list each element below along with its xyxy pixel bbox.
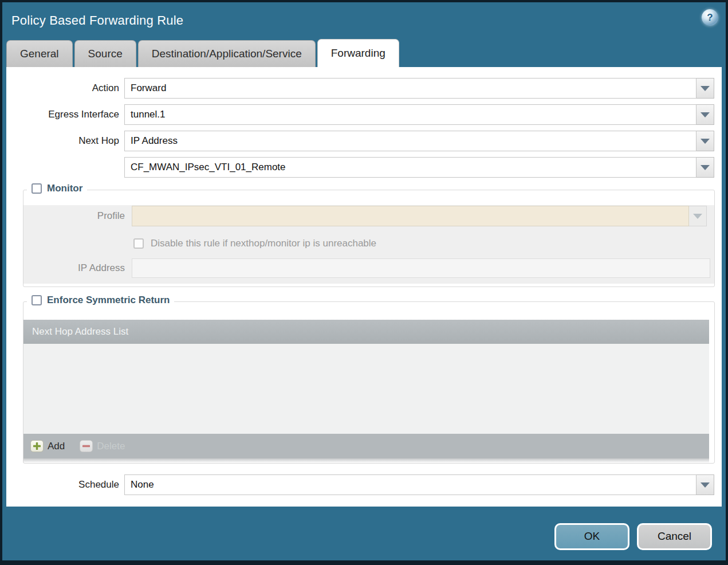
- delete-minus-icon: [80, 440, 93, 452]
- next-hop-address-list-body: [23, 344, 709, 434]
- next-hop-address-list-table: Next Hop Address List Add Delete: [23, 320, 709, 463]
- dialog-footer: OK Cancel: [2, 507, 726, 560]
- next-hop-type-select[interactable]: IP Address: [124, 131, 696, 151]
- schedule-row: Schedule None: [6, 474, 714, 495]
- next-hop-address-dropdown-button[interactable]: [696, 157, 714, 178]
- tab-strip: General Source Destination/Application/S…: [2, 39, 726, 67]
- disable-rule-row: Disable this rule if nexthop/monitor ip …: [133, 236, 714, 250]
- tab-destination-application-service[interactable]: Destination/Application/Service: [138, 40, 316, 67]
- egress-interface-row: Egress Interface tunnel.1: [6, 104, 714, 125]
- dropdown-arrow-icon: [701, 139, 710, 144]
- dropdown-arrow-icon: [701, 112, 710, 117]
- disable-rule-checkbox: [133, 238, 144, 249]
- action-label: Action: [6, 83, 124, 94]
- disable-rule-label: Disable this rule if nexthop/monitor ip …: [151, 238, 376, 249]
- tab-general[interactable]: General: [6, 40, 73, 67]
- action-row: Action Forward: [6, 78, 714, 99]
- next-hop-row: Next Hop IP Address: [6, 131, 714, 151]
- next-hop-address-row: CF_MWAN_IPsec_VTI_01_Remote: [6, 157, 714, 178]
- dialog-title: Policy Based Forwarding Rule: [2, 13, 183, 28]
- monitor-section-label: Monitor: [47, 183, 82, 194]
- dropdown-arrow-icon: [701, 165, 710, 170]
- delete-button: Delete: [80, 440, 125, 452]
- dropdown-arrow-icon: [701, 86, 710, 91]
- monitor-ip-address-input: [132, 258, 710, 278]
- monitor-ip-address-row: IP Address: [23, 258, 710, 278]
- add-button-label: Add: [48, 441, 65, 452]
- tab-forwarding[interactable]: Forwarding: [317, 39, 399, 67]
- egress-interface-select[interactable]: tunnel.1: [124, 104, 696, 125]
- cancel-button[interactable]: Cancel: [637, 523, 712, 550]
- profile-label: Profile: [23, 210, 132, 222]
- profile-dropdown-button: [689, 206, 707, 226]
- next-hop-address-list-footer: Add Delete: [23, 434, 709, 458]
- next-hop-address-list-header: Next Hop Address List: [23, 320, 709, 344]
- add-button[interactable]: Add: [30, 440, 65, 452]
- tab-source[interactable]: Source: [74, 40, 136, 67]
- ok-button[interactable]: OK: [554, 523, 629, 550]
- dropdown-arrow-icon: [701, 482, 710, 488]
- monitor-section: Monitor Profile Disable this rule if nex…: [23, 190, 715, 287]
- schedule-select[interactable]: None: [124, 474, 696, 495]
- schedule-label: Schedule: [6, 479, 124, 491]
- enforce-symmetric-return-checkbox[interactable]: [32, 295, 42, 305]
- help-icon[interactable]: ?: [702, 9, 718, 26]
- action-select[interactable]: Forward: [124, 78, 696, 99]
- next-hop-address-select[interactable]: CF_MWAN_IPsec_VTI_01_Remote: [124, 157, 696, 178]
- delete-button-label: Delete: [97, 441, 125, 452]
- enforce-symmetric-return-section: Enforce Symmetric Return Next Hop Addres…: [23, 301, 715, 464]
- dropdown-arrow-icon: [693, 214, 702, 219]
- profile-select: [132, 206, 689, 226]
- dialog-window: Policy Based Forwarding Rule ? General S…: [0, 0, 728, 565]
- monitor-ip-address-label: IP Address: [23, 262, 132, 274]
- table-shadow: [23, 458, 709, 463]
- help-glyph: ?: [707, 12, 713, 23]
- egress-interface-label: Egress Interface: [6, 109, 124, 120]
- profile-row: Profile: [23, 206, 707, 226]
- egress-interface-dropdown-button[interactable]: [696, 104, 714, 125]
- monitor-panel: Profile Disable this rule if nexthop/mon…: [23, 205, 714, 284]
- add-plus-icon: [30, 440, 44, 452]
- next-hop-label: Next Hop: [6, 135, 124, 147]
- next-hop-dropdown-button[interactable]: [696, 131, 714, 151]
- monitor-checkbox[interactable]: [32, 183, 42, 194]
- schedule-dropdown-button[interactable]: [696, 474, 714, 495]
- forwarding-tab-panel: Action Forward Egress Interface tunnel.1…: [6, 67, 722, 507]
- action-dropdown-button[interactable]: [696, 78, 714, 99]
- title-bar: Policy Based Forwarding Rule ?: [2, 2, 726, 39]
- enforce-symmetric-return-label: Enforce Symmetric Return: [47, 295, 170, 306]
